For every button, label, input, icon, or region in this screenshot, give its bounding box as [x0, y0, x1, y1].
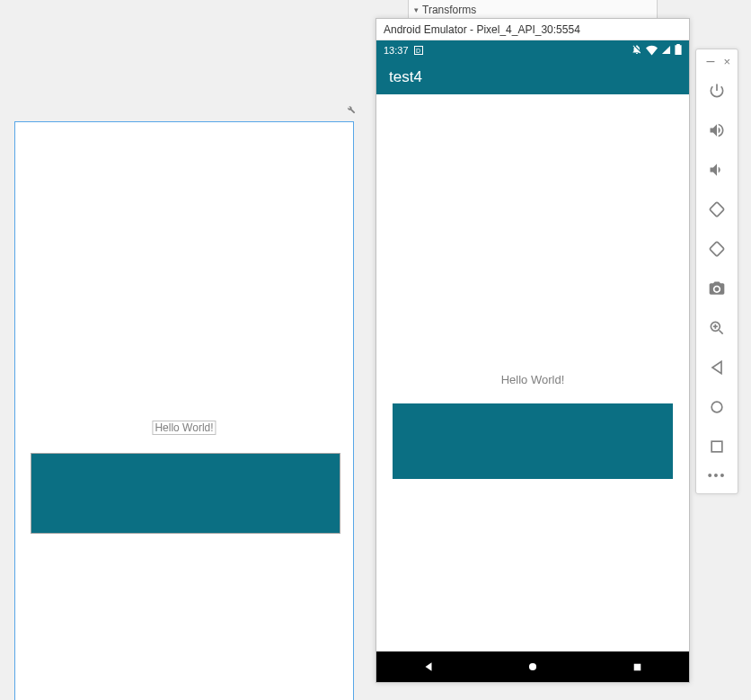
android-statusbar: 13:37 D	[376, 40, 689, 60]
preview-textview[interactable]: Hello World!	[152, 421, 216, 435]
rotate-left-button[interactable]	[696, 190, 738, 229]
app-title: test4	[389, 68, 422, 86]
svg-point-0	[529, 663, 536, 670]
svg-rect-1	[633, 663, 641, 670]
design-preview: Hello World!	[0, 49, 368, 700]
screenshot-button[interactable]	[696, 269, 738, 308]
teal-view[interactable]	[393, 403, 673, 479]
svg-rect-3	[710, 242, 724, 256]
svg-rect-2	[710, 202, 724, 217]
power-button[interactable]	[696, 71, 738, 111]
wrench-icon[interactable]	[345, 103, 356, 117]
emulator-window: Android Emulator - Pixel_4_API_30:5554 1…	[376, 18, 690, 683]
volume-down-button[interactable]	[696, 150, 738, 190]
emulator-titlebar[interactable]: Android Emulator - Pixel_4_API_30:5554	[376, 19, 689, 40]
android-appbar: test4	[376, 60, 689, 94]
nav-back-icon[interactable]	[421, 660, 436, 674]
more-button[interactable]: •••	[696, 466, 738, 484]
emulator-device-screen[interactable]: 13:37 D test4 Hello Wor	[376, 40, 689, 682]
chevron-down-icon: ▾	[414, 5, 419, 14]
debug-icon: D	[414, 46, 423, 55]
hello-world-text: Hello World!	[376, 373, 689, 386]
back-button[interactable]	[696, 348, 738, 387]
emulator-title: Android Emulator - Pixel_4_API_30:5554	[384, 23, 580, 36]
svg-line-5	[720, 331, 723, 334]
signal-icon	[661, 45, 671, 57]
android-content[interactable]: Hello World!	[376, 94, 689, 651]
wifi-icon	[646, 44, 658, 58]
volume-up-button[interactable]	[696, 111, 738, 150]
battery-icon	[675, 44, 682, 57]
close-icon[interactable]: ×	[723, 55, 730, 68]
android-navbar	[376, 651, 689, 682]
transforms-label: Transforms	[422, 4, 476, 16]
minimize-icon[interactable]: –	[707, 58, 715, 65]
overview-button[interactable]	[696, 427, 738, 466]
home-button[interactable]	[696, 387, 738, 427]
nav-home-icon[interactable]	[526, 660, 540, 674]
preview-teal-view[interactable]	[31, 453, 340, 534]
statusbar-time: 13:37	[384, 45, 409, 56]
rotate-right-button[interactable]	[696, 229, 738, 269]
svg-point-8	[711, 402, 722, 412]
zoom-button[interactable]	[696, 308, 738, 348]
emulator-toolbar: – × •••	[695, 49, 738, 494]
preview-surface[interactable]: Hello World!	[14, 121, 354, 700]
nav-recents-icon[interactable]	[630, 660, 644, 674]
svg-rect-9	[711, 441, 722, 452]
transforms-panel-header[interactable]: ▾ Transforms	[408, 0, 658, 20]
notifications-off-icon	[632, 44, 642, 57]
